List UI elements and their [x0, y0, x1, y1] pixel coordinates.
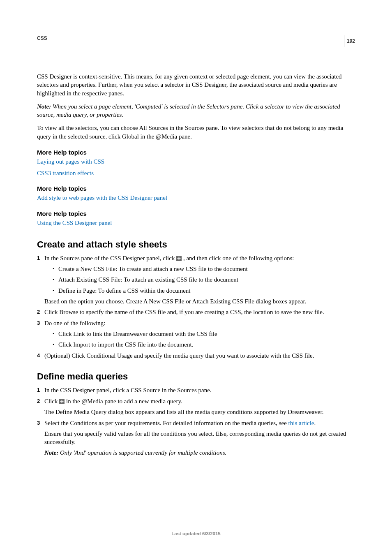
step-number: 1: [37, 386, 44, 395]
step-number: 4: [37, 352, 44, 360]
bullet-dot: •: [53, 340, 58, 349]
step-body: Click in the @Media pane to add a new me…: [44, 397, 355, 416]
note-body: When you select a page element, 'Compute…: [37, 103, 340, 118]
step-text-a: In the Sources pane of the CSS Designer …: [44, 255, 176, 261]
create-bullet-3: • Define in Page: To define a CSS within…: [44, 287, 355, 295]
bullet-dot: •: [53, 287, 58, 295]
bullet-text: Click Import to import the CSS file into…: [58, 340, 355, 349]
create-step-4: 4 (Optional) Click Conditional Usage and…: [37, 352, 355, 360]
create-step3-bullet-2: • Click Import to import the CSS file in…: [44, 340, 355, 349]
more-help-heading-1: More Help topics: [37, 149, 355, 156]
create-step3-bullet-1: • Click Link to link the Dreamweaver doc…: [44, 330, 355, 338]
plus-icon: [176, 256, 182, 261]
step-body: (Optional) Click Conditional Usage and s…: [44, 352, 355, 360]
step-text-b: in the @Media pane to add a new media qu…: [65, 398, 182, 405]
media-step-3: 3 Select the Conditions as per your requ…: [37, 419, 355, 457]
page-number-box: 192: [344, 35, 355, 47]
intro-note: Note: When you select a page element, 'C…: [37, 102, 355, 119]
create-step-3: 3 Do one of the following: • Click Link …: [37, 319, 355, 349]
bullet-dot: •: [53, 275, 58, 284]
step-body: Click Browse to specify the name of the …: [44, 308, 355, 317]
create-step-2: 2 Click Browse to specify the name of th…: [37, 308, 355, 317]
heading-create-attach: Create and attach style sheets: [37, 239, 355, 250]
create-bullet-2: • Attach Existing CSS File: To attach an…: [44, 275, 355, 284]
link-css3-transitions[interactable]: CSS3 transition effects: [37, 169, 355, 178]
link-using-css-designer[interactable]: Using the CSS Designer panel: [37, 219, 355, 228]
intro-paragraph-1: CSS Designer is context-sensitive. This …: [37, 72, 355, 97]
plus-icon: [59, 399, 65, 404]
intro-paragraph-2: To view all the selectors, you can choos…: [37, 124, 355, 141]
note-body: Only 'And' operation is supported curren…: [58, 449, 226, 456]
step-text-b: .: [314, 420, 316, 426]
create-step1-after: Based on the option you choose, Create A…: [44, 297, 355, 305]
note-label: Note:: [44, 449, 58, 456]
svg-rect-2: [178, 258, 181, 259]
page-header: CSS 192: [37, 35, 355, 47]
bullet-text: Create a New CSS File: To create and att…: [58, 265, 355, 273]
bullet-text: Click Link to link the Dreamweaver docum…: [58, 330, 355, 338]
step-text-b: , and then click one of the following op…: [182, 255, 294, 261]
more-help-heading-3: More Help topics: [37, 210, 355, 217]
step-number: 2: [37, 397, 44, 416]
more-help-heading-2: More Help topics: [37, 185, 355, 192]
step-text-a: Select the Conditions as per your requir…: [44, 420, 288, 426]
step-body: Select the Conditions as per your requir…: [44, 419, 355, 457]
heading-define-media: Define media queries: [37, 371, 355, 382]
link-this-article[interactable]: this article: [288, 420, 314, 426]
bullet-dot: •: [53, 330, 58, 338]
bullet-text: Attach Existing CSS File: To attach an e…: [58, 275, 355, 284]
link-laying-out-pages[interactable]: Laying out pages with CSS: [37, 157, 355, 166]
media-step3-after: Ensure that you specify valid values for…: [44, 430, 355, 446]
step-body: In the CSS Designer panel, click a CSS S…: [44, 386, 355, 395]
page-number: 192: [347, 38, 355, 44]
media-step2-after: The Define Media Query dialog box appear…: [44, 408, 355, 416]
section-label: CSS: [37, 35, 47, 41]
step-body: In the Sources pane of the CSS Designer …: [44, 254, 355, 305]
bullet-dot: •: [53, 265, 58, 273]
step-text: Do one of the following:: [44, 320, 105, 326]
create-bullet-1: • Create a New CSS File: To create and a…: [44, 265, 355, 273]
media-step-1: 1 In the CSS Designer panel, click a CSS…: [37, 386, 355, 395]
svg-rect-5: [60, 401, 64, 402]
note-label: Note:: [37, 103, 51, 110]
page-container: CSS 192 CSS Designer is context-sensitiv…: [0, 0, 392, 555]
footer-last-updated: Last updated 6/3/2015: [0, 531, 392, 536]
media-note: Note: Only 'And' operation is supported …: [44, 449, 355, 457]
step-number: 2: [37, 308, 44, 317]
step-number: 3: [37, 419, 44, 457]
create-step-1: 1 In the Sources pane of the CSS Designe…: [37, 254, 355, 305]
bullet-text: Define in Page: To define a CSS within t…: [58, 287, 355, 295]
step-body: Do one of the following: • Click Link to…: [44, 319, 355, 349]
link-add-style-css-designer[interactable]: Add style to web pages with the CSS Desi…: [37, 194, 355, 203]
step-number: 1: [37, 254, 44, 305]
media-step-2: 2 Click in the @Media pane to add a new …: [37, 397, 355, 416]
step-text-a: Click: [44, 398, 59, 405]
step-number: 3: [37, 319, 44, 349]
